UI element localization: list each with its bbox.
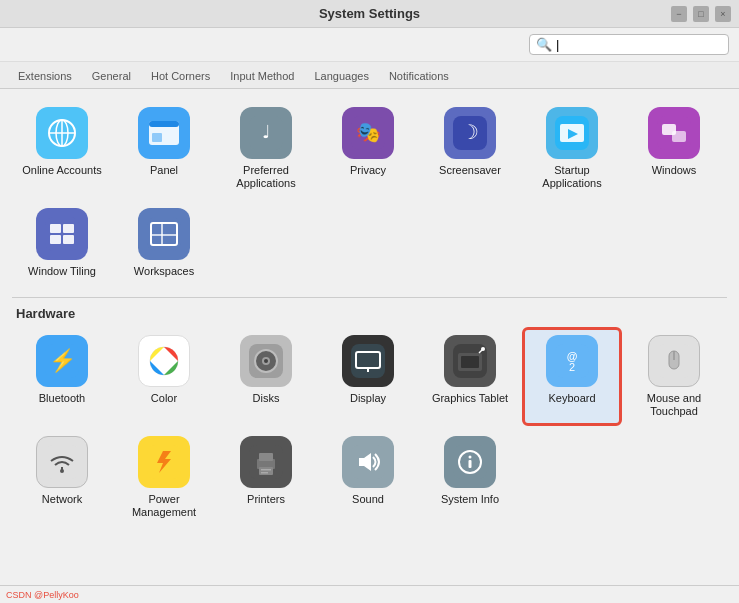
svg-rect-22 [50,235,61,244]
online-accounts-label: Online Accounts [22,164,102,177]
tab-extensions[interactable]: Extensions [8,66,82,88]
online-accounts-icon [36,107,88,159]
item-startup-applications[interactable]: Startup Applications [522,99,622,198]
item-windows[interactable]: Windows [624,99,724,198]
item-network[interactable]: Network [12,428,112,527]
svg-rect-57 [259,453,273,461]
search-bar: 🔍 [0,28,739,62]
svg-text:🎭: 🎭 [356,120,381,144]
item-bluetooth[interactable]: ⚡ Bluetooth [12,327,112,426]
item-display[interactable]: Display [318,327,418,426]
tab-notifications[interactable]: Notifications [379,66,459,88]
windows-icon [648,107,700,159]
item-mouse-touchpad[interactable]: Mouse and Touchpad [624,327,724,426]
screensaver-icon: ☽ [444,107,496,159]
svg-point-44 [481,347,485,351]
nav-tabs: Extensions General Hot Corners Input Met… [0,62,739,89]
item-system-info[interactable]: System Info [420,428,520,527]
main-content: Online Accounts Panel ♩ Preferred Applic… [0,89,739,596]
power-management-label: Power Management [118,493,210,519]
svg-rect-5 [149,121,179,127]
preferred-applications-icon: ♩ [240,107,292,159]
item-power-management[interactable]: Power Management [114,428,214,527]
network-label: Network [42,493,82,506]
mouse-touchpad-label: Mouse and Touchpad [628,392,720,418]
svg-rect-21 [63,224,74,233]
item-workspaces[interactable]: Workspaces [114,200,214,286]
privacy-icon: 🎭 [342,107,394,159]
item-disks[interactable]: Disks [216,327,316,426]
graphics-tablet-label: Graphics Tablet [432,392,508,405]
item-graphics-tablet[interactable]: Graphics Tablet [420,327,520,426]
item-keyboard[interactable]: @2 Keyboard [522,327,622,426]
panel-label: Panel [150,164,178,177]
item-sound[interactable]: Sound [318,428,418,527]
watermark-text: CSDN @PellyKoo [6,590,79,600]
section-divider [12,297,727,298]
system-info-label: System Info [441,493,499,506]
svg-rect-23 [63,235,74,244]
svg-text:☽: ☽ [461,121,479,143]
svg-text:♩: ♩ [262,122,270,142]
maximize-button[interactable]: □ [693,6,709,22]
item-color[interactable]: Color [114,327,214,426]
hardware-items-grid: ⚡ Bluetooth Color Disk [12,327,727,528]
svg-point-52 [60,469,64,473]
search-icon: 🔍 [536,37,552,52]
item-screensaver[interactable]: ☽ Screensaver [420,99,520,198]
item-printers[interactable]: Printers [216,428,316,527]
svg-rect-58 [259,467,273,475]
close-button[interactable]: × [715,6,731,22]
system-info-icon [444,436,496,488]
svg-point-65 [469,455,472,458]
item-online-accounts[interactable]: Online Accounts [12,99,112,198]
printers-icon [240,436,292,488]
svg-rect-18 [672,131,686,142]
mouse-icon [648,335,700,387]
item-privacy[interactable]: 🎭 Privacy [318,99,418,198]
window-title: System Settings [319,6,420,21]
display-icon [342,335,394,387]
svg-rect-66 [469,460,472,468]
sound-icon [342,436,394,488]
windows-label: Windows [652,164,697,177]
privacy-label: Privacy [350,164,386,177]
search-wrap: 🔍 [529,34,729,55]
item-panel[interactable]: Panel [114,99,214,198]
window-tiling-icon [36,208,88,260]
svg-rect-42 [461,356,479,368]
item-preferred-applications[interactable]: ♩ Preferred Applications [216,99,316,198]
svg-point-35 [264,359,268,363]
network-icon [36,436,88,488]
keyboard-label: Keyboard [548,392,595,405]
hardware-section-label: Hardware [16,306,727,321]
workspaces-icon [138,208,190,260]
svg-rect-20 [50,224,61,233]
window-tiling-label: Window Tiling [28,265,96,278]
svg-text:2: 2 [569,361,575,373]
svg-point-31 [159,356,169,366]
color-label: Color [151,392,177,405]
tab-languages[interactable]: Languages [304,66,378,88]
svg-rect-6 [152,133,162,142]
disks-label: Disks [253,392,280,405]
tab-general[interactable]: General [82,66,141,88]
search-input[interactable] [556,37,724,52]
svg-rect-59 [261,469,271,471]
svg-rect-60 [261,472,268,474]
workspaces-label: Workspaces [134,265,194,278]
svg-rect-27 [151,234,177,236]
bluetooth-label: Bluetooth [39,392,85,405]
bluetooth-icon: ⚡ [36,335,88,387]
svg-rect-19 [45,217,79,251]
minimize-button[interactable]: − [671,6,687,22]
preferred-applications-label: Preferred Applications [220,164,312,190]
personal-items-grid: Online Accounts Panel ♩ Preferred Applic… [12,99,727,287]
startup-applications-icon [546,107,598,159]
sound-label: Sound [352,493,384,506]
tab-input-method[interactable]: Input Method [220,66,304,88]
tab-hot-corners[interactable]: Hot Corners [141,66,220,88]
bottom-bar: CSDN @PellyKoo [0,585,739,603]
item-window-tiling[interactable]: Window Tiling [12,200,112,286]
display-label: Display [350,392,386,405]
